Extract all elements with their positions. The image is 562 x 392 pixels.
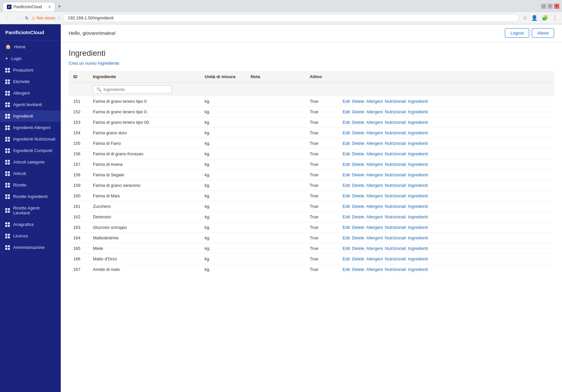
nutrizionali-link[interactable]: Nutrizionali [385,172,406,177]
edit-link[interactable]: Edit [343,162,350,167]
delete-link[interactable]: Delete [352,225,364,230]
ingredienti-link[interactable]: Ingredienti [408,193,428,198]
allergeni-link[interactable]: Allergeni [366,267,383,272]
sidebar-item-ricette-ingredienti[interactable]: Ricette Ingredienti [0,191,61,202]
edit-link[interactable]: Edit [343,109,350,114]
allergeni-link[interactable]: Allergeni [366,141,383,146]
ingredienti-link[interactable]: Ingredienti [408,151,428,156]
sidebar-item-ricette-agenti-lievitanti[interactable]: Ricette Agenti Lievitanti [0,202,61,219]
allergeni-link[interactable]: Allergeni [366,109,383,114]
sidebar-item-ingredienti-nutrizionali[interactable]: Ingredienti Nutrizionali [0,133,61,145]
nutrizionali-link[interactable]: Nutrizionali [385,246,406,251]
edit-link[interactable]: Edit [343,120,350,125]
search-input-wrap[interactable]: 🔍 [93,85,172,94]
sidebar-item-articoli[interactable]: Articoli [0,168,61,179]
search-input[interactable] [103,87,168,92]
nutrizionali-link[interactable]: Nutrizionali [385,130,406,135]
sidebar-item-ricette[interactable]: Ricette [0,179,61,191]
ingredienti-link[interactable]: Ingredienti [408,99,428,104]
delete-link[interactable]: Delete [352,193,364,198]
edit-link[interactable]: Edit [343,172,350,177]
nutrizionali-link[interactable]: Nutrizionali [385,235,406,240]
edit-link[interactable]: Edit [343,99,350,104]
sidebar-item-articoli-categorie[interactable]: Articoli categorie [0,156,61,168]
delete-link[interactable]: Delete [352,246,364,251]
sidebar-item-amministrazione[interactable]: Amministrazione [0,242,61,253]
allergeni-link[interactable]: Allergeni [366,204,383,209]
ingredienti-link[interactable]: Ingredienti [408,235,428,240]
nutrizionali-link[interactable]: Nutrizionali [385,204,406,209]
allergeni-link[interactable]: Allergeni [366,172,383,177]
allergeni-link[interactable]: Allergeni [366,162,383,167]
logout-button[interactable]: Logout [505,28,529,38]
ingredienti-link[interactable]: Ingredienti [408,172,428,177]
delete-link[interactable]: Delete [352,99,364,104]
allergeni-link[interactable]: Allergeni [366,214,383,219]
sidebar-item-produzioni[interactable]: Produzioni [0,64,61,76]
ingredienti-link[interactable]: Ingredienti [408,130,428,135]
tab-close-button[interactable]: × [48,4,51,10]
allergeni-link[interactable]: Allergeni [366,183,383,188]
ingredienti-link[interactable]: Ingredienti [408,214,428,219]
delete-link[interactable]: Delete [352,183,364,188]
ingredienti-link[interactable]: Ingredienti [408,162,428,167]
sidebar-item-allergeni[interactable]: Allergeni [0,87,61,99]
edit-link[interactable]: Edit [343,256,350,261]
nutrizionali-link[interactable]: Nutrizionali [385,120,406,125]
about-button[interactable]: About [532,28,554,38]
reload-button[interactable]: ↻ [25,15,29,21]
nutrizionali-link[interactable]: Nutrizionali [385,141,406,146]
allergeni-link[interactable]: Allergeni [366,151,383,156]
nutrizionali-link[interactable]: Nutrizionali [385,109,406,114]
delete-link[interactable]: Delete [352,235,364,240]
allergeni-link[interactable]: Allergeni [366,246,383,251]
nutrizionali-link[interactable]: Nutrizionali [385,151,406,156]
delete-link[interactable]: Delete [352,130,364,135]
url-bar[interactable]: 192.168.1.50/ingredienti [63,14,519,22]
extension-icon[interactable]: 🧩 [541,14,549,22]
nutrizionali-link[interactable]: Nutrizionali [385,256,406,261]
active-tab[interactable]: P PanificioInCloud × [3,2,55,11]
allergeni-link[interactable]: Allergeni [366,225,383,230]
ingredienti-link[interactable]: Ingredienti [408,141,428,146]
minimize-button[interactable]: — [541,4,546,9]
create-link[interactable]: Crea un nuovo Ingrediente [69,61,119,66]
allergeni-link[interactable]: Allergeni [366,256,383,261]
profile-icon[interactable]: 👤 [530,14,538,22]
sidebar-item-anagrafica[interactable]: Anagrafica [0,219,61,230]
new-tab-button[interactable]: + [55,2,64,11]
edit-link[interactable]: Edit [343,246,350,251]
delete-link[interactable]: Delete [352,141,364,146]
edit-link[interactable]: Edit [343,130,350,135]
bookmark-icon[interactable]: ☆ [522,14,528,22]
allergeni-link[interactable]: Allergeni [366,235,383,240]
sidebar-item-licenza[interactable]: Licenza [0,230,61,242]
maximize-button[interactable]: □ [548,4,553,9]
edit-link[interactable]: Edit [343,214,350,219]
delete-link[interactable]: Delete [352,120,364,125]
ingredienti-link[interactable]: Ingredienti [408,246,428,251]
nutrizionali-link[interactable]: Nutrizionali [385,99,406,104]
edit-link[interactable]: Edit [343,235,350,240]
back-button[interactable]: ← [4,14,12,22]
allergeni-link[interactable]: Allergeni [366,99,383,104]
sidebar-item-agenti-lievitanti[interactable]: Agenti lievitanti [0,99,61,110]
delete-link[interactable]: Delete [352,162,364,167]
delete-link[interactable]: Delete [352,214,364,219]
delete-link[interactable]: Delete [352,151,364,156]
ingredienti-link[interactable]: Ingredienti [408,183,428,188]
ingredienti-link[interactable]: Ingredienti [408,256,428,261]
sidebar-item-ingredienti-composti[interactable]: Ingredienti Composti [0,145,61,156]
ingredienti-link[interactable]: Ingredienti [408,204,428,209]
nutrizionali-link[interactable]: Nutrizionali [385,214,406,219]
delete-link[interactable]: Delete [352,267,364,272]
forward-button[interactable]: → [14,14,22,22]
allergeni-link[interactable]: Allergeni [366,130,383,135]
allergeni-link[interactable]: Allergeni [366,193,383,198]
sidebar-item-etichette[interactable]: Etichette [0,76,61,87]
sidebar-item-ingredienti[interactable]: Ingredienti [0,110,61,122]
nutrizionali-link[interactable]: Nutrizionali [385,267,406,272]
close-button[interactable]: ✕ [554,4,559,9]
edit-link[interactable]: Edit [343,183,350,188]
nutrizionali-link[interactable]: Nutrizionali [385,225,406,230]
